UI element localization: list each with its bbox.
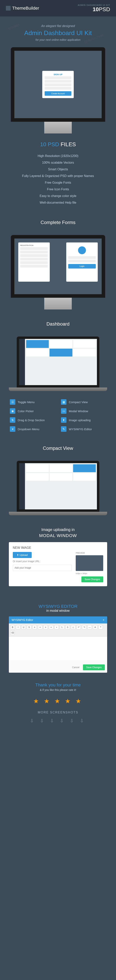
- save-button[interactable]: Save Changes: [81, 576, 103, 582]
- sidebar-mock: [19, 339, 25, 385]
- feature-item: High Resolution (1920x1200): [8, 153, 108, 159]
- font-button[interactable]: A: [93, 625, 97, 629]
- login-button-mock: Login: [68, 264, 96, 269]
- tiles-mock: [26, 465, 96, 481]
- feature-grid: ☰Toggle Menu ▦Compact View ◉Color Picker…: [0, 395, 116, 440]
- wysiwyg-toolbar: B I U S ≡ ≡ ≡ ≡ • 1. ⎘ ⎌ ↶ ↷ — A ❝ ⌫: [9, 624, 107, 636]
- compact-icon: ▦: [61, 399, 66, 405]
- preview-meta: 543px x 350px: [76, 573, 103, 574]
- align-left-button[interactable]: ≡: [32, 625, 37, 629]
- align-center-button[interactable]: ≡: [38, 625, 42, 629]
- or-text: Or insert your image URL:: [13, 560, 72, 563]
- italic-button[interactable]: I: [16, 625, 20, 629]
- modal-body: ⬆ Upload Or insert your image URL: PREVI…: [13, 552, 103, 582]
- thanks-section: Thank you for your time & if you like th…: [0, 673, 116, 695]
- psd-title-num: 10 PSD: [40, 141, 59, 147]
- feature-item: Fully Layered & Organized PSD with prope…: [8, 173, 108, 179]
- imac-mockup: SIGN UP Create Account: [11, 47, 105, 122]
- new-image-modal: NEW IMAGE ⬆ Upload Or insert your image …: [9, 542, 107, 586]
- tile: [73, 465, 96, 472]
- wysiwyg-modal: WYSIWYG Editor × B I U S ≡ ≡ ≡ ≡ • 1. ⎘ …: [9, 616, 107, 673]
- redo-button[interactable]: ↷: [82, 625, 86, 629]
- feature-modal-window: ▭Modal Window: [61, 408, 106, 414]
- main-mock: [25, 463, 97, 509]
- feature-item: Free Google Fonts: [8, 179, 108, 186]
- dashboard-mock: [19, 463, 97, 509]
- modal-title: MODAL WINDOW: [6, 533, 110, 538]
- link-button[interactable]: ⎘: [66, 625, 70, 629]
- signup-title: SIGN UP: [45, 73, 71, 76]
- tile: [26, 465, 49, 472]
- image-upload-section: Image uploading in MODAL WINDOW NEW IMAG…: [0, 520, 116, 598]
- feature-image-upload: ⬆Image uploading: [61, 417, 106, 423]
- mock-field: [20, 251, 48, 253]
- imac-mockup: REGISTRATION Login: [11, 235, 105, 298]
- clear-button[interactable]: ⌫: [10, 630, 15, 635]
- header-badge: 10PSD: [78, 6, 110, 13]
- feature-compact-view: ▦Compact View: [61, 399, 106, 405]
- compact-section-title: Compact View: [0, 440, 116, 455]
- cancel-button[interactable]: Cancel: [69, 665, 82, 670]
- feature-dropdown: ▾Dropdown Menu: [10, 426, 55, 432]
- underline-button[interactable]: U: [21, 625, 26, 629]
- menu-icon: ☰: [10, 399, 15, 405]
- image-button[interactable]: ⎌: [71, 625, 75, 629]
- mock-field: [20, 254, 48, 257]
- ol-button[interactable]: 1.: [60, 625, 64, 629]
- wysiwyg-subtitle: in modal window: [0, 609, 116, 612]
- logo-text: ThemeBuilder: [12, 6, 39, 11]
- hero-tagline: An elegant flat designed: [6, 24, 110, 28]
- imac-screen: SIGN UP Create Account: [14, 51, 102, 118]
- feature-label: WYSIWYG Editor: [69, 428, 92, 431]
- feature-color-picker: ◉Color Picker: [10, 408, 55, 414]
- badge-number: 10: [93, 6, 99, 12]
- mock-field: [68, 256, 96, 259]
- wysiwyg-title: WYSIWYG EDITOR: [0, 598, 116, 609]
- feature-item: Smart Objects: [8, 166, 108, 173]
- quote-button[interactable]: ❝: [98, 625, 103, 629]
- mock-field: [45, 83, 71, 86]
- feature-label: Color Picker: [18, 409, 34, 413]
- feature-label: Dropdown Menu: [18, 428, 39, 431]
- tile: [50, 349, 72, 356]
- close-icon[interactable]: ×: [103, 618, 105, 622]
- feature-label: Toggle Menu: [18, 401, 35, 404]
- feature-drag-drop: ⇅Drag & Drop Section: [10, 417, 55, 423]
- editor-icon: ✎: [61, 426, 66, 432]
- header: ThemeBuilder ADMIN DASHBOARD UI KIT 10PS…: [0, 0, 116, 16]
- laptop-screen: [19, 463, 97, 509]
- hero-subtitle: for your next online editor application: [6, 38, 110, 41]
- wysiwyg-header: WYSIWYG Editor ×: [9, 616, 107, 624]
- feature-item: 100% scalable Vectors: [8, 159, 108, 166]
- laptop-screen: [19, 339, 97, 385]
- ul-button[interactable]: •: [55, 625, 59, 629]
- feature-toggle-menu: ☰Toggle Menu: [10, 399, 55, 405]
- strike-button[interactable]: S: [27, 625, 31, 629]
- imac-screen: REGISTRATION Login: [14, 239, 102, 294]
- wysiwyg-content-area[interactable]: [9, 636, 107, 660]
- star-rating: ★ ★ ★ ★ ★: [0, 695, 116, 711]
- hr-button[interactable]: —: [87, 625, 92, 629]
- drag-icon: ⇅: [10, 417, 15, 423]
- badge-text: PSD: [99, 6, 110, 12]
- undo-button[interactable]: ↶: [76, 625, 81, 629]
- sidebar-mock: [19, 463, 25, 509]
- tiles-mock: [26, 340, 96, 356]
- more-screenshots: MORE SCREENSHOTS: [0, 711, 116, 718]
- mock-field: [45, 87, 71, 90]
- feature-label: Modal Window: [69, 409, 88, 413]
- modal-header: NEW IMAGE: [13, 546, 103, 550]
- mock-field: [20, 247, 48, 250]
- bold-button[interactable]: B: [10, 625, 15, 629]
- thanks-line1: Thank you for your time: [6, 682, 110, 687]
- thanks-line2: & if you like this please rate it!: [6, 688, 110, 692]
- upload-button[interactable]: ⬆ Upload: [13, 552, 32, 558]
- save-button[interactable]: Save Changes: [83, 665, 105, 670]
- dashboard-mock: [19, 339, 97, 385]
- justify-button[interactable]: ≡: [49, 625, 53, 629]
- tile: [50, 340, 72, 348]
- down-arrows: ⇩ ⇩ ⇩ ⇩ ⇩ ⇩: [0, 718, 116, 732]
- image-url-input[interactable]: [13, 565, 72, 571]
- align-right-button[interactable]: ≡: [44, 625, 48, 629]
- picker-icon: ◉: [10, 408, 15, 414]
